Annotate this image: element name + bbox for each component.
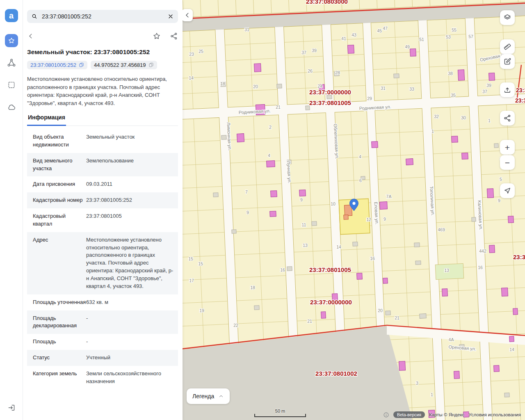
quarter-label: 23:3 (515, 97, 525, 104)
collapse-panel-button[interactable] (183, 9, 193, 21)
rail-item-select-area[interactable] (5, 78, 18, 91)
info-label: Площадь (33, 338, 86, 346)
map-layers-button[interactable] (500, 10, 515, 25)
parcel-number: 31 (381, 86, 386, 91)
building-gray (504, 393, 509, 397)
chip[interactable]: 44.970522 37.456819 (91, 61, 157, 69)
search-bar[interactable] (27, 10, 178, 23)
parcel-number: 23 (189, 52, 194, 57)
chevron-up-icon (218, 393, 224, 399)
info-row: Площадь декларированная- (27, 310, 178, 334)
building-gray (353, 242, 358, 247)
map-upload-button[interactable] (500, 82, 515, 97)
parcel-number: 14 (509, 347, 514, 352)
share-button[interactable] (170, 32, 178, 40)
map-edit-button[interactable] (500, 54, 515, 69)
terms-link[interactable]: Условия использования (468, 412, 521, 417)
page-title: Земельный участок: 23:37:0801005:252 (27, 48, 178, 56)
copy-icon[interactable] (148, 62, 154, 68)
parcel-number: 7А (386, 194, 392, 199)
info-row: АдресМестоположение установлено относите… (27, 232, 178, 294)
search-input[interactable] (41, 13, 164, 20)
info-label: Вид земельного участка (33, 157, 86, 173)
parcel-number: 13 (303, 243, 308, 248)
parcel-number: 24 (317, 84, 322, 89)
parcel-number: 10 (331, 201, 336, 206)
left-rail: a (0, 0, 23, 420)
maps-copyright-link[interactable]: Карты © Яндекс (429, 412, 464, 417)
parcel-number: 41 (341, 36, 346, 41)
parcel-number: 11 (302, 222, 306, 227)
parcel-number: 1 (488, 118, 491, 123)
map-share-button[interactable] (500, 111, 515, 126)
building-gray (414, 243, 420, 247)
parcel-number: 5 (500, 177, 502, 182)
cadastral-map[interactable]: Ореховая ул.Родниковая ул.Родниковая ул.… (183, 0, 525, 420)
rail-item-favorites[interactable] (5, 34, 18, 47)
building (454, 371, 460, 379)
building (321, 312, 326, 318)
parcel-number: 4 (268, 153, 270, 158)
chip[interactable]: 23:37:0801005:252 (27, 61, 87, 69)
parcel-number: 4 (359, 154, 361, 159)
building (462, 153, 468, 160)
parcel-number: 14 (336, 244, 341, 249)
rail-item-cloud[interactable] (5, 100, 18, 114)
map-zoom-out-button[interactable]: − (500, 155, 515, 170)
parcel-number: 20 (253, 84, 258, 89)
map-zoom-in-button[interactable]: + (500, 140, 515, 155)
parcel-number: 21 (307, 319, 312, 324)
parcel-number: 469 (438, 227, 445, 232)
legend-label: Легенда (192, 393, 214, 399)
building-gray (221, 135, 226, 140)
app-root: a Земельный участок: 23:37:0801005:252 2… (0, 0, 525, 420)
exit-button[interactable] (7, 404, 16, 413)
map-locate-button[interactable] (500, 183, 515, 198)
quarter-label: 23:37:0801005 (309, 266, 351, 273)
building (372, 142, 378, 148)
building (383, 278, 388, 283)
parcel-number: 7 (245, 189, 248, 194)
tab-information[interactable]: Информация (27, 114, 66, 126)
parcel-number: 13 (444, 268, 449, 273)
legend-button[interactable]: Легенда (187, 388, 230, 404)
chip-label: 44.970522 37.456819 (94, 62, 146, 68)
info-value: 09.03.2011 (86, 180, 174, 188)
building (237, 134, 244, 142)
favorite-button[interactable] (153, 32, 161, 40)
quarter-label: 23:37:0000000 (309, 89, 351, 96)
info-row: Вид земельного участкаЗемлепользование (27, 153, 178, 177)
map-ruler-button[interactable] (500, 39, 515, 54)
building (513, 308, 518, 315)
info-label: Адрес (33, 236, 86, 244)
info-row: СтатусУчтенный (27, 350, 178, 366)
quarter-label: 23:3 (516, 87, 525, 94)
graph-icon (7, 58, 16, 67)
clear-search-icon[interactable] (167, 13, 174, 20)
parcel-number: 19 (199, 308, 204, 313)
info-label: Кадастровый квартал (33, 212, 86, 228)
chips: 23:37:0801005:25244.970522 37.456819 (27, 61, 178, 69)
building-gray (254, 306, 259, 310)
rail-item-connections[interactable] (5, 56, 18, 69)
scale-bar: 50 m (254, 409, 306, 417)
building-gray (472, 217, 476, 221)
app-logo[interactable]: a (5, 9, 18, 22)
star-icon (8, 37, 15, 44)
back-button[interactable] (27, 32, 34, 40)
parcel-number: 39 (486, 83, 491, 88)
info-label: Площадь декларированная (33, 315, 86, 330)
panel-header (27, 32, 178, 40)
info-icon[interactable] (383, 412, 389, 418)
quarter-label: 23:37:0801002 (315, 370, 357, 377)
info-value: Земельный участок (86, 133, 174, 141)
parcel-number: 3 (416, 381, 418, 386)
map-area[interactable]: Ореховая ул.Родниковая ул.Родниковая ул.… (183, 0, 525, 420)
parcel-number: 25 (199, 49, 203, 54)
rail-items (5, 34, 18, 114)
info-label: Вид объекта недвижимости (33, 133, 86, 149)
copy-icon[interactable] (79, 62, 84, 68)
search-icon (31, 13, 38, 20)
building (380, 202, 388, 210)
parcel-number: 20 (378, 308, 383, 313)
